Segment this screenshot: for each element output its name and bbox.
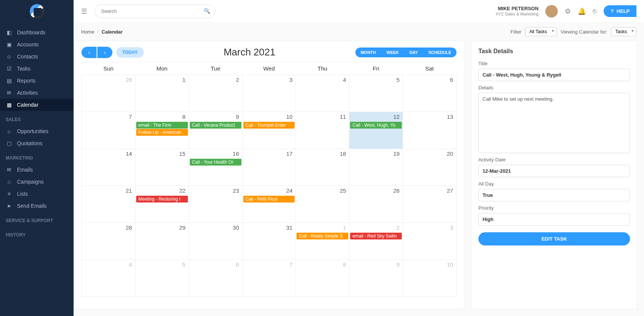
dashboards-icon: ◧: [6, 29, 12, 35]
calendar-event[interactable]: Call - West, Hugh, Yo: [350, 122, 402, 129]
calendar-day[interactable]: 24Call - Petit Picol: [242, 186, 296, 223]
filter-select[interactable]: All Tasks: [525, 27, 557, 36]
calendar-event[interactable]: Call - Your Health Or: [190, 159, 241, 166]
calendar-day[interactable]: 14: [82, 149, 135, 186]
sidebar-item-lists[interactable]: ≡Lists: [0, 188, 74, 200]
prev-month-button[interactable]: ‹: [81, 47, 97, 58]
calendar-day[interactable]: 7: [242, 260, 296, 297]
view-month-button[interactable]: MONTH: [355, 48, 381, 57]
sidebar-item-quotations[interactable]: ▢Quotations: [0, 137, 74, 149]
sidebar-item-reports[interactable]: ▤Reports: [0, 75, 74, 87]
contacts-icon: ☺: [6, 54, 12, 60]
calendar-day[interactable]: 5: [349, 75, 403, 112]
calendar-day[interactable]: 13: [403, 112, 456, 149]
today-button[interactable]: TODAY: [116, 47, 144, 58]
calendar-event[interactable]: Follow Up - American: [136, 129, 188, 136]
calendar-day[interactable]: 20: [403, 149, 456, 186]
calendar-event[interactable]: email - Red Sky Sailin: [350, 233, 402, 239]
calendar-event[interactable]: Call - Trumpet Enter: [243, 122, 295, 129]
calendar-day[interactable]: 10: [403, 260, 456, 297]
calendar-day[interactable]: 10Call - Trumpet Enter: [242, 112, 296, 149]
sidebar-item-contacts[interactable]: ☺Contacts: [0, 51, 74, 63]
edit-task-button[interactable]: EDIT TASK: [478, 232, 630, 245]
calendar-day[interactable]: 1Call - Really Simple S: [296, 223, 349, 260]
calendar-day[interactable]: 21: [82, 186, 135, 223]
search-icon[interactable]: 🔍: [204, 8, 210, 14]
calendar-event[interactable]: Call - Really Simple S: [297, 233, 348, 239]
calendar-event[interactable]: email - The Firm: [136, 122, 188, 129]
calendar-day[interactable]: 11: [296, 112, 349, 149]
calendar-day[interactable]: 22Meeting - Restoring I: [135, 186, 189, 223]
sidebar-item-label: Reports: [17, 78, 35, 84]
calendar-panel: ‹ › TODAY March 2021 MONTHWEEKDAYSCHEDUL…: [74, 41, 464, 309]
next-month-button[interactable]: ›: [97, 47, 112, 58]
calendar-day[interactable]: 18: [296, 149, 349, 186]
sidebar-item-emails[interactable]: ✉Emails: [0, 164, 74, 176]
breadcrumb-current: Calendar: [101, 29, 123, 35]
day-number: 2: [189, 75, 242, 84]
view-week-button[interactable]: WEEK: [381, 48, 404, 57]
settings-icon[interactable]: ⚙: [565, 7, 571, 15]
sidebar-item-accounts[interactable]: ▣Accounts: [0, 38, 74, 51]
calendar-day[interactable]: 3: [403, 223, 456, 260]
calendar-day[interactable]: 31: [242, 223, 296, 260]
day-number: 2: [349, 223, 403, 232]
day-number: 6: [403, 75, 456, 84]
calendar-day[interactable]: 27: [403, 186, 456, 223]
day-number: 13: [403, 112, 456, 121]
allday-value: True: [478, 189, 630, 201]
calendar-day[interactable]: 3: [242, 75, 296, 112]
opportunities-icon: ☼: [6, 128, 12, 134]
calendar-day[interactable]: 19: [349, 149, 403, 186]
calendar-day[interactable]: 29: [135, 223, 189, 260]
calendar-day[interactable]: 28: [82, 223, 135, 260]
user-info[interactable]: MIKE PETERSON XYZ Sales & Marketing: [496, 6, 539, 17]
calendar-event[interactable]: Meeting - Restoring I: [136, 196, 188, 202]
menu-toggle-icon[interactable]: ☰: [81, 7, 87, 15]
calendar-day[interactable]: 6: [189, 260, 242, 297]
calendar-day[interactable]: 2: [189, 75, 242, 112]
sidebar-item-opportunities[interactable]: ☼Opportunities: [0, 125, 74, 137]
sidebar-item-tasks[interactable]: ☑Tasks: [0, 63, 74, 75]
logout-icon[interactable]: ⎋: [593, 7, 597, 15]
calendar-day[interactable]: 4: [82, 260, 135, 297]
sidebar-item-send-emails[interactable]: ➤Send Emails: [0, 200, 74, 212]
breadcrumb-home[interactable]: Home: [81, 29, 94, 35]
viewing-label: Viewing Calendar for:: [561, 29, 607, 35]
calendar-day[interactable]: 9Call - Verana Product: [189, 112, 242, 149]
calendar-day[interactable]: 9: [349, 260, 403, 297]
viewing-select[interactable]: Tasks: [611, 27, 636, 36]
help-button[interactable]: ?HELP: [604, 5, 636, 17]
calendar-day[interactable]: 8email - The FirmFollow Up - American: [135, 112, 189, 149]
calendar-day[interactable]: 7: [82, 112, 135, 149]
calendar-day[interactable]: 17: [242, 149, 296, 186]
calendar-day[interactable]: 5: [135, 260, 189, 297]
calendar-day[interactable]: 4: [296, 75, 349, 112]
notifications-icon[interactable]: 🔔: [578, 7, 586, 15]
calendar-day[interactable]: 1: [135, 75, 189, 112]
calendar-day[interactable]: 30: [189, 223, 242, 260]
view-schedule-button[interactable]: SCHEDULE: [423, 48, 456, 57]
user-subtitle: XYZ Sales & Marketing: [496, 12, 539, 17]
sidebar-item-activities[interactable]: ✉Activities: [0, 87, 74, 99]
sidebar-item-calendar[interactable]: ▦Calendar: [0, 99, 74, 111]
calendar-day[interactable]: 6: [403, 75, 456, 112]
sidebar-item-dashboards[interactable]: ◧Dashboards: [0, 26, 74, 38]
view-day-button[interactable]: DAY: [404, 48, 423, 57]
calendar-day[interactable]: 28: [82, 75, 135, 112]
calendar-day[interactable]: 12Call - West, Hugh, Yo: [349, 112, 403, 149]
calendar-event[interactable]: Call - Verana Product: [190, 122, 241, 129]
search-input[interactable]: [95, 5, 215, 18]
calendar-day[interactable]: 15: [135, 149, 189, 186]
calendar-day[interactable]: 16Call - Your Health Or: [189, 149, 242, 186]
calendar-day[interactable]: 23: [189, 186, 242, 223]
calendar-day[interactable]: 26: [349, 186, 403, 223]
calendar-day[interactable]: 25: [296, 186, 349, 223]
avatar[interactable]: [545, 5, 558, 18]
calendar-day[interactable]: 2email - Red Sky Sailin: [349, 223, 403, 260]
calendar-day[interactable]: 8: [296, 260, 349, 297]
logo[interactable]: [0, 0, 74, 23]
day-number: 5: [349, 75, 403, 84]
calendar-event[interactable]: Call - Petit Picol: [243, 196, 295, 202]
sidebar-item-campaigns[interactable]: ⌂Campaigns: [0, 176, 74, 188]
